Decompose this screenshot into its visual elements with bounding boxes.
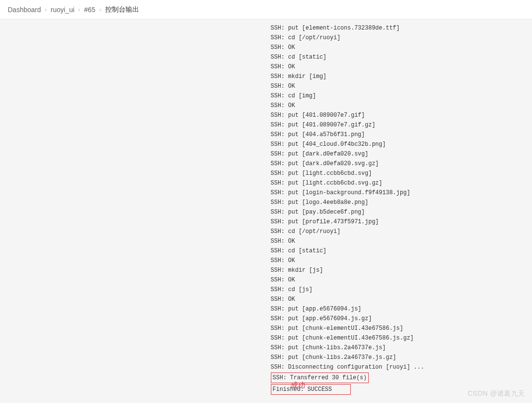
console-line: SSH: put [element-icons.732389de.ttf] (271, 23, 424, 33)
chevron-right-icon: › (78, 6, 80, 13)
console-line: SSH: OK (271, 101, 424, 110)
console-line: SSH: put [light.ccbb6cbd.svg] (271, 169, 424, 178)
console-line: SSH: cd [static] (271, 52, 424, 62)
console-line: SSH: put [pay.b5dece6f.png] (271, 207, 424, 217)
console-line: SSH: put [chunk-libs.2a46737e.js.gz] (271, 353, 424, 362)
chevron-right-icon: › (45, 6, 47, 13)
console-line: SSH: cd [/opt/ruoyi] (271, 227, 424, 236)
console-line: SSH: OK (271, 294, 424, 304)
console-line: SSH: cd [static] (271, 246, 424, 256)
console-line: SSH: put [401.089007e7.gif.gz] (271, 120, 424, 130)
console-line: SSH: OK (271, 43, 424, 52)
breadcrumb-dashboard[interactable]: Dashboard (8, 6, 41, 14)
console-line: SSH: cd [/opt/ruoyi] (271, 33, 424, 43)
console-line: SSH: put [401.089007e7.gif] (271, 110, 424, 120)
console-line: SSH: OK (271, 256, 424, 265)
console-line: SSH: put [404.a57b6f31.png] (271, 130, 424, 140)
console-line: SSH: put [login-background.f9f49138.jpg] (271, 188, 424, 198)
console-line: SSH: put [logo.4eeb8a8e.png] (271, 198, 424, 207)
console-line: SSH: put [app.e5676094.js] (271, 304, 424, 314)
console-line: SSH: put [chunk-libs.2a46737e.js] (271, 343, 424, 353)
annotation-success: 成功 (291, 381, 305, 390)
watermark: CSDN @诸葛九天 (468, 389, 525, 398)
console-line: SSH: put [dark.d0efa020.svg] (271, 149, 424, 159)
breadcrumb-build[interactable]: #65 (84, 6, 95, 14)
console-line: SSH: mkdir [js] (271, 265, 424, 275)
chevron-right-icon: › (99, 6, 101, 13)
console-line: SSH: cd [img] (271, 91, 424, 101)
console-line: SSH: OK (271, 81, 424, 91)
highlight-box: Finished: SUCCESS (271, 384, 351, 395)
breadcrumb-console-output: 控制台输出 (105, 5, 139, 14)
highlight-box: SSH: Transferred 30 file(s) (271, 372, 369, 383)
console-line: SSH: put [app.e5676094.js.gz] (271, 314, 424, 324)
console-line: SSH: mkdir [img] (271, 72, 424, 81)
console-line: SSH: OK (271, 275, 424, 285)
console-line: SSH: put [dark.d0efa020.svg.gz] (271, 159, 424, 169)
console-line: SSH: put [404_cloud.0f4bc32b.png] (271, 140, 424, 149)
console-line: SSH: cd [js] (271, 285, 424, 294)
console-line: SSH: Disconnecting configuration [ruoyi]… (271, 362, 424, 372)
console-output: SSH: put [element-icons.732389de.ttf]SSH… (271, 23, 424, 395)
console-line: SSH: OK (271, 236, 424, 246)
console-line: SSH: put [profile.473f5971.jpg] (271, 217, 424, 227)
console-line: SSH: put [chunk-elementUI.43e67586.js] (271, 324, 424, 333)
console-line: SSH: OK (271, 62, 424, 72)
breadcrumb-project[interactable]: ruoyi_ui (51, 6, 75, 14)
console-line: SSH: put [light.ccbb6cbd.svg.gz] (271, 178, 424, 188)
console-line: SSH: put [chunk-elementUI.43e67586.js.gz… (271, 333, 424, 343)
breadcrumb: Dashboard › ruoyi_ui › #65 › 控制台输出 (0, 0, 532, 19)
